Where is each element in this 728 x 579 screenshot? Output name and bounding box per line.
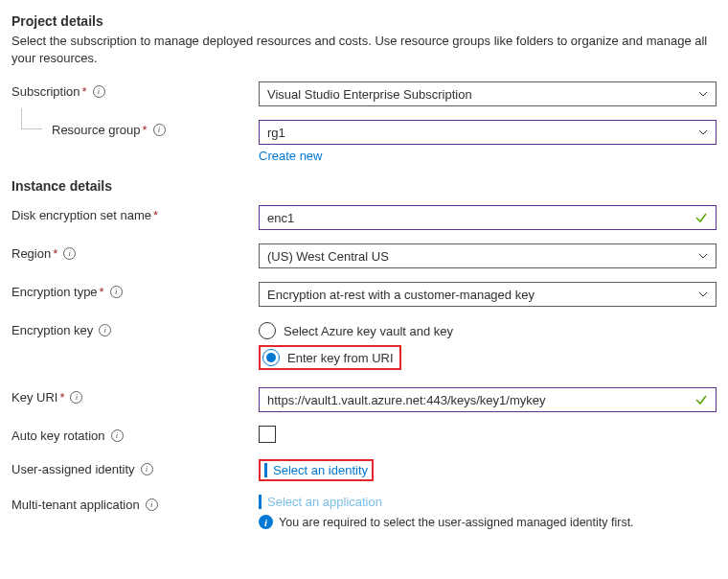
chevron-down-icon <box>698 127 708 137</box>
subscription-label: Subscription* i <box>11 81 259 99</box>
info-icon[interactable]: i <box>99 324 111 336</box>
instance-details-heading: Instance details <box>11 178 717 194</box>
chevron-down-icon <box>698 89 708 99</box>
chevron-down-icon <box>698 290 708 299</box>
indent-elbow <box>21 108 42 129</box>
select-identity-link[interactable]: Select an identity <box>273 463 368 477</box>
region-select[interactable]: (US) West Central US <box>259 243 717 268</box>
highlight-box: Enter key from URI <box>259 345 401 370</box>
info-icon[interactable]: i <box>111 429 124 442</box>
info-icon[interactable]: i <box>63 247 76 260</box>
des-name-input[interactable]: enc1 <box>259 205 717 230</box>
radio-icon <box>262 349 280 366</box>
auto-rotation-checkbox[interactable] <box>259 426 276 443</box>
info-icon[interactable]: i <box>153 124 166 136</box>
resource-group-label: Resource group* i <box>11 120 259 137</box>
key-uri-label: Key URI* i <box>11 387 259 405</box>
info-icon[interactable]: i <box>110 286 123 298</box>
encryption-key-label: Encryption key i <box>11 320 259 337</box>
info-icon[interactable]: i <box>141 463 153 475</box>
select-application-link: Select an application <box>267 495 382 509</box>
subscription-select[interactable]: Visual Studio Enterprise Subscription <box>259 81 717 106</box>
project-details-description: Select the subscription to manage deploy… <box>11 33 717 66</box>
des-name-label: Disk encryption set name* <box>11 205 259 222</box>
radio-enter-uri[interactable]: Enter key from URI <box>262 349 394 366</box>
encryption-type-select[interactable]: Encryption at-rest with a customer-manag… <box>259 282 717 307</box>
info-icon[interactable]: i <box>93 85 105 98</box>
multi-tenant-label: Multi-tenant application i <box>11 495 259 512</box>
check-icon <box>694 211 708 224</box>
user-identity-label: User-assigned identity i <box>11 459 259 476</box>
info-filled-icon: i <box>259 515 273 529</box>
radio-icon <box>259 322 276 339</box>
encryption-type-label: Encryption type* i <box>11 282 259 299</box>
radio-select-vault[interactable]: Select Azure key vault and key <box>259 322 717 339</box>
auto-rotation-label: Auto key rotation i <box>11 426 259 443</box>
info-icon[interactable]: i <box>70 391 82 404</box>
chevron-down-icon <box>698 251 708 261</box>
region-label: Region* i <box>11 243 259 261</box>
check-icon <box>694 393 708 406</box>
create-new-link[interactable]: Create new <box>259 149 322 163</box>
highlight-box: Select an identity <box>259 459 374 481</box>
key-uri-input[interactable]: https://vault1.vault.azure.net:443/keys/… <box>259 387 717 412</box>
resource-group-select[interactable]: rg1 <box>259 120 717 145</box>
project-details-heading: Project details <box>11 13 717 29</box>
identity-required-note: i You are required to select the user-as… <box>259 515 717 529</box>
info-icon[interactable]: i <box>146 498 158 511</box>
